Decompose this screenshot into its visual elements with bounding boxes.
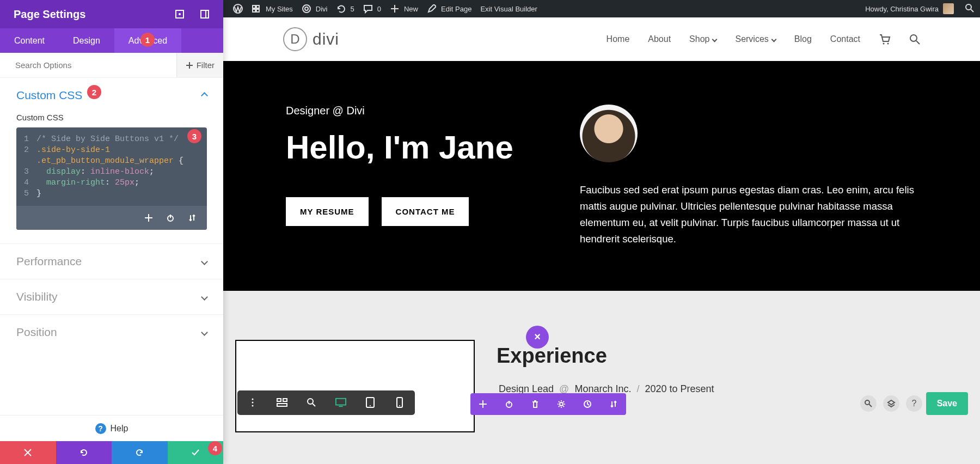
view-tablet-icon[interactable] — [365, 397, 376, 408]
section-performance[interactable]: Performance — [0, 244, 223, 279]
wp-edit-page[interactable]: Edit Page — [422, 0, 476, 17]
chevron-down-icon — [771, 36, 776, 42]
section-close-button[interactable]: × — [526, 326, 549, 349]
section-toolbar — [470, 393, 626, 415]
nav-services[interactable]: Services — [735, 34, 775, 44]
help-row[interactable]: ? Help — [0, 415, 223, 441]
section-visibility-title: Visibility — [16, 290, 57, 303]
section-position[interactable]: Position — [0, 315, 223, 350]
wp-exit-visual-builder[interactable]: Exit Visual Builder — [476, 0, 542, 17]
wp-updates[interactable]: 5 — [332, 0, 359, 17]
svg-point-33 — [252, 399, 254, 400]
wp-comments[interactable]: 0 — [359, 0, 385, 17]
section-power-icon[interactable] — [504, 399, 514, 409]
logo-mark: D — [283, 27, 307, 51]
view-zoom-icon[interactable] — [306, 397, 317, 408]
code-add-icon[interactable] — [144, 213, 154, 223]
util-layers-icon[interactable] — [883, 395, 899, 412]
svg-point-47 — [865, 400, 869, 405]
profile-photo — [580, 105, 638, 162]
view-wireframe-icon[interactable] — [277, 397, 287, 408]
nav-shop[interactable]: Shop — [689, 34, 716, 44]
site-preview: My Sites Divi 5 0 New Edit Page Exit Vis… — [223, 0, 980, 464]
svg-point-18 — [305, 7, 308, 10]
filter-button[interactable]: Filter — [176, 53, 223, 77]
experience-card[interactable] — [235, 340, 475, 432]
wp-howdy[interactable]: Howdy, Christina Gwira — [865, 5, 939, 13]
wp-avatar[interactable] — [943, 3, 954, 14]
section-custom-css-title: Custom CSS — [16, 89, 82, 102]
nav-contact[interactable]: Contact — [830, 34, 860, 44]
section-history-icon[interactable] — [583, 399, 592, 409]
sidebar-header: Page Settings — [0, 0, 223, 28]
code-reorder-icon[interactable] — [187, 213, 197, 223]
util-help-icon[interactable]: ? — [906, 395, 922, 412]
hero-section: Designer @ Divi Hello, I'm Jane MY RESUM… — [223, 61, 980, 291]
view-desktop-icon[interactable] — [335, 397, 346, 408]
annotation-badge-4: 4 — [208, 441, 222, 455]
svg-rect-16 — [256, 9, 259, 12]
section-reorder-icon[interactable] — [609, 399, 618, 409]
svg-point-24 — [887, 43, 889, 45]
nav-home[interactable]: Home — [607, 34, 630, 44]
view-menu-icon[interactable] — [247, 397, 258, 408]
contact-me-button[interactable]: CONTACT ME — [382, 197, 469, 226]
svg-point-23 — [883, 43, 885, 45]
view-phone-icon[interactable] — [394, 397, 405, 408]
expand-icon[interactable] — [175, 9, 185, 19]
section-settings-icon[interactable] — [556, 399, 566, 409]
primary-nav: Home About Shop Services Blog Contact — [607, 33, 920, 45]
annotation-badge-2: 2 — [87, 85, 101, 99]
search-input[interactable] — [0, 53, 176, 77]
search-icon[interactable] — [909, 34, 920, 45]
svg-point-21 — [966, 4, 971, 10]
filter-label: Filter — [197, 60, 215, 70]
site-logo[interactable]: D divi — [283, 27, 339, 51]
section-add-icon[interactable] — [478, 399, 488, 409]
svg-rect-15 — [253, 9, 255, 12]
svg-point-1 — [179, 13, 181, 15]
settings-sidebar: Page Settings Content Design Advanced Fi… — [0, 0, 223, 464]
hero-subtitle: Designer @ Divi — [286, 105, 547, 117]
resume-button[interactable]: MY RESUME — [286, 197, 369, 226]
help-icon: ? — [95, 423, 106, 434]
svg-line-48 — [869, 404, 872, 407]
discard-button[interactable] — [0, 441, 56, 464]
wp-logo[interactable] — [229, 0, 247, 17]
wp-new[interactable]: New — [385, 0, 422, 17]
svg-rect-36 — [277, 399, 281, 401]
section-delete-icon[interactable] — [530, 399, 540, 409]
builder-save-button[interactable]: Save — [926, 392, 968, 415]
wp-my-sites[interactable]: My Sites — [247, 0, 297, 17]
custom-css-editor[interactable]: 12345 /* Side by Side Buttons v1 */.side… — [16, 127, 207, 230]
responsive-view-toolbar — [237, 390, 415, 415]
section-custom-css[interactable]: Custom CSS — [0, 78, 223, 113]
code-power-icon[interactable] — [166, 213, 175, 223]
chevron-down-icon — [712, 36, 718, 42]
redo-button[interactable] — [112, 441, 168, 464]
section-position-title: Position — [16, 326, 57, 339]
nav-about[interactable]: About — [648, 34, 671, 44]
section-visibility[interactable]: Visibility — [0, 279, 223, 314]
logo-text: divi — [313, 30, 339, 48]
site-header: D divi Home About Shop Services Blog Con… — [223, 17, 980, 61]
svg-point-34 — [252, 402, 254, 404]
svg-point-46 — [399, 405, 400, 406]
panel-icon[interactable] — [200, 9, 210, 19]
nav-blog[interactable]: Blog — [794, 34, 812, 44]
experience-section: Experience Design Lead @ Monarch Inc. / … — [223, 291, 980, 432]
svg-line-22 — [971, 9, 973, 12]
util-search-icon[interactable] — [860, 395, 877, 412]
svg-point-44 — [370, 405, 371, 406]
tab-design[interactable]: Design — [59, 28, 114, 53]
svg-point-39 — [308, 399, 313, 404]
undo-button[interactable] — [56, 441, 112, 464]
code-toolbar — [16, 206, 207, 230]
cart-icon[interactable] — [879, 33, 891, 45]
wp-search-icon[interactable] — [965, 3, 975, 15]
svg-rect-37 — [283, 399, 287, 401]
wp-site-name[interactable]: Divi — [297, 0, 332, 17]
svg-rect-13 — [253, 5, 255, 8]
tab-content[interactable]: Content — [0, 28, 59, 53]
hero-text: Faucibus sed sed erat ipsum purus egesta… — [580, 182, 917, 247]
